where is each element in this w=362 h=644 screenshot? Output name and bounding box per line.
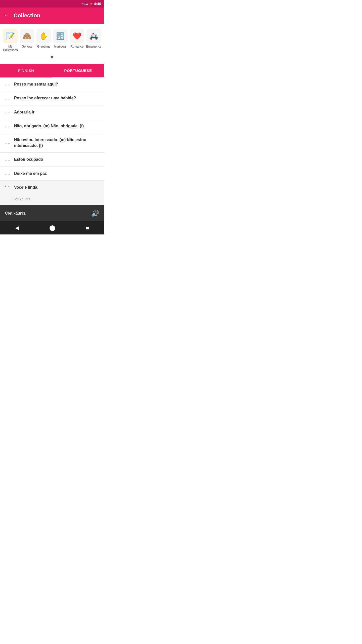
phrase-header-3[interactable]: ⌄⌄ Adoraria ir [0, 105, 104, 119]
greetings-label: Greetings [37, 45, 50, 48]
chevron-icon-1: ⌄⌄ [4, 82, 11, 87]
header-title: Collection [14, 12, 40, 19]
chevron-icon-7: ⌄⌄ [4, 171, 11, 176]
emergency-icon-wrap: 🚑 [86, 29, 101, 43]
category-item-numbers[interactable]: 🔢 Numbers [52, 28, 69, 49]
audio-text: Olet kaunis. [5, 211, 26, 216]
signal-icon: 4G▲ [82, 2, 88, 5]
phrase-translation-8: Olet kaunis. [0, 194, 104, 205]
phrase-item-3: ⌄⌄ Adoraria ir [0, 105, 104, 119]
numbers-icon: 🔢 [56, 32, 65, 40]
phrase-text-8: Você é linda. [14, 185, 100, 190]
phrase-item-6: ⌄⌄ Estou ocupado [0, 153, 104, 167]
expand-row: ▼ [2, 53, 102, 63]
tab-finnish-label: FINNISH [18, 68, 34, 73]
general-label: General [22, 45, 32, 48]
nav-bar: ◀ ⬤ ■ [0, 221, 104, 234]
emergency-icon: 🚑 [89, 32, 98, 40]
my-collections-label: My Collections [3, 45, 18, 52]
chevron-icon-3: ⌄⌄ [4, 110, 11, 114]
chevron-icon-5: ⌄⌄ [4, 140, 11, 145]
phrase-text-5: Não estou interessado. (m) Não estou int… [14, 137, 100, 148]
romance-icon: ❤️ [73, 32, 81, 40]
nav-recents-button[interactable]: ■ [81, 223, 94, 233]
my-collections-icon: 📝 [6, 32, 15, 40]
chevron-icon-6: ⌄⌄ [4, 157, 11, 162]
phrase-header-8[interactable]: ⌄⌄ Você é linda. [0, 181, 104, 194]
chevron-icon-8: ⌄⌄ [4, 185, 11, 190]
phrase-translation-text-8: Olet kaunis. [12, 197, 31, 201]
phrase-header-2[interactable]: ⌄⌄ Posso lhe oferecer uma bebida? [0, 91, 104, 105]
category-item-greetings[interactable]: ✋ Greetings [35, 28, 52, 49]
phrase-text-6: Estou ocupado [14, 157, 100, 162]
phrase-text-2: Posso lhe oferecer uma bebida? [14, 95, 100, 101]
phrase-header-7[interactable]: ⌄⌄ Deixe-me em paz [0, 167, 104, 180]
phrase-item-8: ⌄⌄ Você é linda. Olet kaunis. [0, 181, 104, 205]
nav-home-button[interactable]: ⬤ [44, 223, 61, 233]
tab-portuguese-label: PORTUGUESE [64, 68, 92, 73]
phrase-item-1: ⌄⌄ Posso me sentar aqui? [0, 77, 104, 91]
category-item-my-collections[interactable]: 📝 My Collections [2, 28, 19, 53]
emergency-label: Emergency [86, 45, 101, 48]
phrase-text-4: Não, obrigado. (m) Não, obrigada. (f) [14, 123, 100, 129]
phrase-item-7: ⌄⌄ Deixe-me em paz [0, 167, 104, 181]
phrase-header-4[interactable]: ⌄⌄ Não, obrigado. (m) Não, obrigada. (f) [0, 119, 104, 133]
numbers-icon-wrap: 🔢 [53, 29, 68, 43]
status-icons: 4G▲ ⚡ 4:46 [82, 2, 101, 6]
battery-icon: ⚡ [89, 2, 93, 6]
phrase-header-5[interactable]: ⌄⌄ Não estou interessado. (m) Não estou … [0, 133, 104, 152]
phrase-header-1[interactable]: ⌄⌄ Posso me sentar aqui? [0, 77, 104, 91]
phrase-text-7: Deixe-me em paz [14, 171, 100, 176]
general-icon-wrap: 🙈 [20, 29, 34, 43]
general-icon: 🙈 [23, 32, 31, 40]
back-button[interactable]: ← [4, 12, 10, 19]
tab-finnish[interactable]: FINNISH [0, 64, 52, 77]
romance-label: Romance [71, 45, 83, 48]
expand-icon[interactable]: ▼ [50, 55, 55, 60]
phrase-text-3: Adoraria ir [14, 109, 100, 115]
language-tabs: FINNISH PORTUGUESE [0, 64, 104, 77]
audio-play-button[interactable]: 🔊 [91, 210, 99, 217]
chevron-icon-4: ⌄⌄ [4, 124, 11, 129]
status-time: 4:46 [94, 2, 101, 6]
category-item-emergency[interactable]: 🚑 Emergency [85, 28, 102, 49]
category-section: 📝 My Collections 🙈 General ✋ Greetings 🔢… [0, 24, 104, 64]
nav-back-button[interactable]: ◀ [10, 223, 24, 233]
audio-bar: Olet kaunis. 🔊 [0, 205, 104, 221]
romance-icon-wrap: ❤️ [70, 29, 84, 43]
phrase-item-2: ⌄⌄ Posso lhe oferecer uma bebida? [0, 91, 104, 105]
phrase-list: ⌄⌄ Posso me sentar aqui? ⌄⌄ Posso lhe of… [0, 77, 104, 206]
phrase-item-5: ⌄⌄ Não estou interessado. (m) Não estou … [0, 133, 104, 153]
phrase-item-4: ⌄⌄ Não, obrigado. (m) Não, obrigada. (f) [0, 119, 104, 133]
category-item-romance[interactable]: ❤️ Romance [69, 28, 85, 49]
category-row: 📝 My Collections 🙈 General ✋ Greetings 🔢… [2, 28, 102, 53]
header: ← Collection [0, 8, 104, 24]
category-item-general[interactable]: 🙈 General [19, 28, 35, 49]
my-collections-icon-wrap: 📝 [3, 29, 18, 43]
status-bar: 4G▲ ⚡ 4:46 [0, 0, 104, 8]
phrase-text-1: Posso me sentar aqui? [14, 82, 100, 87]
greetings-icon-wrap: ✋ [36, 29, 51, 43]
phrase-header-6[interactable]: ⌄⌄ Estou ocupado [0, 153, 104, 166]
greetings-icon: ✋ [39, 32, 48, 40]
chevron-icon-2: ⌄⌄ [4, 96, 11, 101]
numbers-label: Numbers [54, 45, 67, 48]
tab-portuguese[interactable]: PORTUGUESE [52, 64, 104, 77]
